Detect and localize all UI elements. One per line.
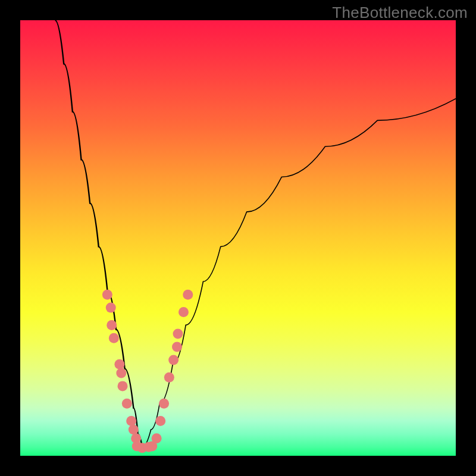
data-marker	[118, 381, 128, 391]
data-marker	[102, 290, 112, 300]
curve-left-branch	[55, 20, 142, 447]
data-marker	[152, 433, 162, 443]
data-marker	[122, 399, 132, 409]
data-marker	[159, 399, 169, 409]
chart-frame: TheBottleneck.com	[0, 0, 476, 476]
data-marker	[109, 333, 119, 343]
data-marker	[126, 416, 136, 426]
data-marker	[114, 359, 124, 369]
data-marker	[129, 425, 139, 435]
data-marker	[173, 329, 183, 339]
data-marker	[183, 290, 193, 300]
plot-area	[20, 20, 456, 456]
data-marker	[155, 416, 165, 426]
marker-group	[102, 290, 193, 453]
curve-layer	[20, 20, 456, 456]
data-marker	[168, 355, 178, 365]
watermark-text: TheBottleneck.com	[332, 4, 468, 22]
data-marker	[106, 303, 116, 313]
data-marker	[107, 320, 117, 330]
data-marker	[178, 307, 189, 317]
data-marker	[172, 342, 182, 352]
data-marker	[164, 372, 174, 383]
data-marker	[116, 368, 126, 378]
curve-right-branch	[142, 99, 456, 447]
